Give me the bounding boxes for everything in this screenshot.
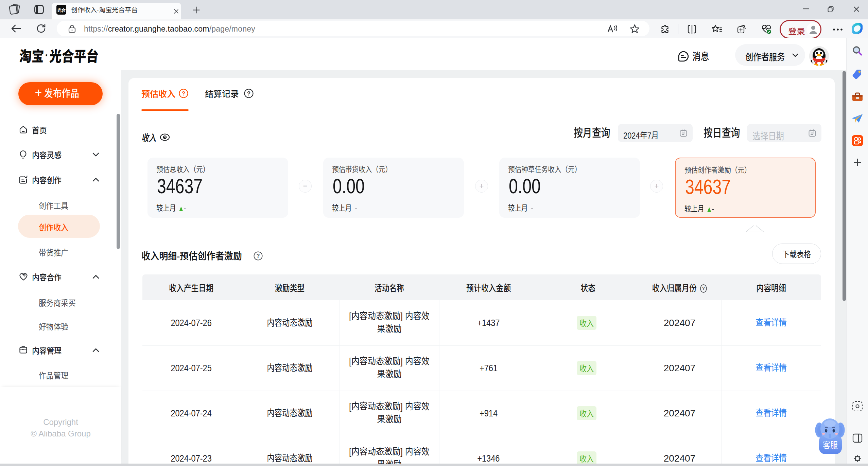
svg-text:?: ? (247, 90, 250, 97)
svg-text:?: ? (256, 253, 260, 259)
svg-text:?: ? (702, 285, 705, 291)
svg-text:?: ? (182, 90, 185, 97)
